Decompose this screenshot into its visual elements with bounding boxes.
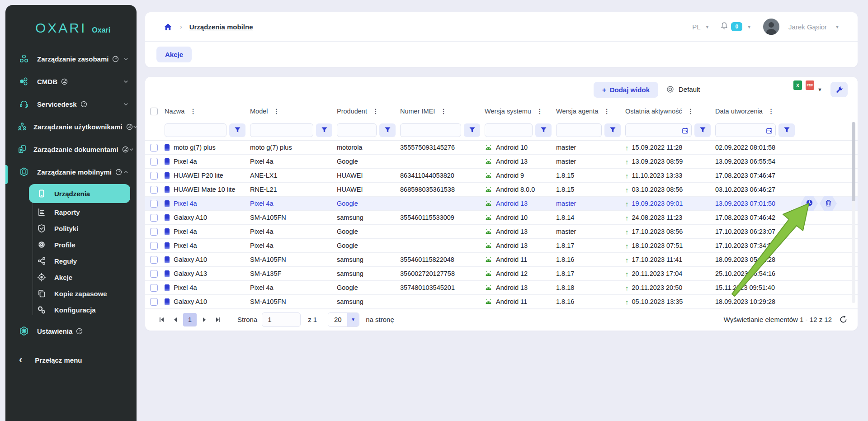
last-activity: 17.10.2023 11:41 — [632, 256, 683, 263]
user-name[interactable]: Jarek Gąsior — [788, 23, 827, 31]
row-checkbox[interactable] — [150, 256, 158, 264]
row-history-button[interactable] — [801, 196, 818, 211]
filter-produdent-input[interactable] — [337, 123, 377, 137]
prev-page-button[interactable] — [169, 313, 182, 326]
filter-wersja-agenta-input[interactable] — [556, 123, 602, 137]
first-page-button[interactable] — [155, 313, 169, 326]
row-checkbox[interactable] — [150, 200, 158, 208]
avatar[interactable] — [763, 19, 779, 35]
sidebar-subitem-reguly[interactable]: Reguły — [29, 253, 130, 269]
table-row[interactable]: Galaxy A13SM-A135Fsamsung356002720127758… — [145, 267, 858, 281]
filter-numer-imei-input[interactable] — [400, 123, 461, 137]
per-page-select[interactable]: 20 ▼ — [328, 312, 359, 327]
table-row[interactable]: Pixel 4aPixel 4aGoogleAndroid 13master↑1… — [145, 225, 858, 239]
select-all-checkbox[interactable] — [150, 108, 158, 115]
home-icon[interactable] — [163, 22, 173, 32]
row-checkbox[interactable] — [150, 270, 158, 278]
sidebar-item-zasoby[interactable]: Zarządzanie zasobami — [5, 47, 137, 70]
row-checkbox[interactable] — [150, 158, 158, 166]
table-row[interactable]: HUAWEI P20 liteANE-LX1HUAWEI863411044053… — [145, 169, 858, 183]
filter-nazwa-button[interactable] — [229, 123, 245, 137]
refresh-icon[interactable] — [839, 315, 848, 324]
table-scrollbar[interactable] — [852, 122, 855, 303]
row-checkbox[interactable] — [150, 242, 158, 250]
column-menu-icon[interactable]: ⋮ — [190, 108, 196, 115]
sidebar-subitem-konfiguracja[interactable]: Konfiguracja — [29, 302, 130, 318]
page-number-button[interactable]: 1 — [183, 313, 197, 326]
row-checkbox[interactable] — [150, 144, 158, 151]
column-menu-icon[interactable]: ⋮ — [373, 108, 379, 115]
language-selector[interactable]: PL — [692, 23, 700, 31]
sidebar-item-ustawienia[interactable]: Ustawienia — [5, 320, 137, 342]
table-row[interactable]: Galaxy A10SM-A105FNsamsungAndroid 111.8.… — [145, 295, 858, 309]
sidebar-item-dokumenty[interactable]: Zarządzanie dokumentami — [5, 138, 137, 161]
sidebar-subitem-urzadzenia[interactable]: Urządzenia — [29, 184, 130, 203]
row-checkbox[interactable] — [150, 298, 158, 306]
sidebar-subitem-kopie[interactable]: Kopie zapasowe — [29, 285, 130, 302]
chevron-down-icon[interactable]: ▼ — [835, 24, 840, 29]
filter-produdent-button[interactable] — [379, 123, 396, 137]
sidebar-subitem-akcje[interactable]: Akcje — [29, 269, 130, 285]
table-row[interactable]: Galaxy A10SM-A105FNsamsung35546011553300… — [145, 211, 858, 225]
row-checkbox[interactable] — [150, 172, 158, 180]
column-menu-icon[interactable]: ⋮ — [274, 108, 280, 115]
calendar-icon[interactable] — [766, 127, 773, 134]
last-page-button[interactable] — [211, 313, 225, 326]
menu-toggle[interactable]: ‹ Przełącz menu — [5, 354, 137, 366]
add-view-button[interactable]: +Dodaj widok — [594, 82, 658, 98]
export-pdf-icon[interactable]: PDF — [806, 80, 814, 90]
filter-data-utworzenia-button[interactable] — [778, 123, 795, 137]
sidebar-item-cmdb[interactable]: CMDB — [5, 70, 137, 93]
logo-label: Oxari — [92, 26, 110, 34]
column-menu-icon[interactable]: ⋮ — [688, 108, 694, 115]
row-checkbox[interactable] — [150, 186, 158, 194]
filter-wersja-systemu-button[interactable] — [535, 123, 552, 137]
row-checkbox[interactable] — [150, 214, 158, 222]
filter-nazwa-input[interactable] — [165, 123, 226, 137]
filter-wersja-agenta-button[interactable] — [604, 123, 621, 137]
row-delete-button[interactable] — [820, 196, 837, 211]
next-page-button[interactable] — [198, 313, 211, 326]
column-menu-icon[interactable]: ⋮ — [440, 108, 447, 115]
row-checkbox[interactable] — [150, 228, 158, 236]
scrollbar-thumb[interactable] — [852, 122, 855, 201]
column-menu-icon[interactable]: ⋮ — [604, 108, 610, 115]
sidebar-item-uzytkownicy[interactable]: Zarządzanie użytkownikami — [5, 115, 137, 138]
sidebar-item-zarzadzanie-mobilnymi[interactable]: Zarządzanie mobilnymi — [5, 161, 137, 183]
chevron-down-icon[interactable]: ▼ — [705, 24, 710, 29]
table-row[interactable]: Pixel 4aPixel 4aGoogleAndroid 13master↑1… — [145, 155, 858, 169]
breadcrumb-current[interactable]: Urządzenia mobilne — [189, 23, 253, 31]
row-checkbox-cell — [145, 284, 165, 292]
notifications[interactable]: 0 — [720, 22, 742, 32]
sidebar-subitem-polityki[interactable]: Polityki — [29, 220, 130, 237]
table-row[interactable]: Galaxy A10SM-A105FNsamsung35546011582204… — [145, 253, 858, 267]
column-menu-icon[interactable]: ⋮ — [768, 108, 774, 115]
filter-wersja-systemu-input[interactable] — [485, 123, 533, 137]
table-row[interactable]: HUAWEI Mate 10 liteRNE-L21HUAWEI86859803… — [145, 183, 858, 197]
sidebar-subitem-profile[interactable]: Profile — [29, 237, 130, 253]
column-header-nazwa: Nazwa⋮ — [165, 108, 250, 115]
table-row[interactable]: Pixel 4aPixel 4aGoogleAndroid 13master↑1… — [145, 197, 858, 211]
table-row[interactable]: Pixel 4aPixel 4aGoogle357480103545201And… — [145, 281, 858, 295]
sidebar-subitem-raporty[interactable]: Raporty — [29, 204, 130, 220]
arrow-up-icon: ↑ — [625, 242, 629, 250]
chevron-down-icon[interactable]: ▼ — [747, 24, 751, 29]
filter-model-button[interactable] — [316, 123, 332, 137]
row-checkbox[interactable] — [150, 284, 158, 292]
last-activity-cell: ↑20.11.2023 20:50 — [625, 284, 715, 292]
device-name: Galaxy A10 — [174, 298, 207, 305]
table-row[interactable]: moto g(7) plusmoto g(7) plusmotorola3555… — [145, 141, 858, 155]
table-settings-button[interactable] — [830, 82, 848, 97]
filter-model-input[interactable] — [250, 123, 313, 137]
column-menu-icon[interactable]: ⋮ — [537, 108, 543, 115]
export-xlsx-icon[interactable]: X — [793, 80, 802, 90]
chevron-down-icon — [123, 57, 128, 61]
table-row[interactable]: Pixel 4aPixel 4aGoogleAndroid 131.8.17↑1… — [145, 239, 858, 253]
device-producer-cell: samsung — [337, 298, 400, 305]
filter-ostatnia-aktywnosc-button[interactable] — [694, 123, 711, 137]
page-input[interactable] — [262, 312, 301, 327]
akcje-button[interactable]: Akcje — [156, 47, 192, 62]
sidebar-item-servicedesk[interactable]: Servicedesk — [5, 93, 137, 115]
filter-numer-imei-button[interactable] — [464, 123, 480, 137]
calendar-icon[interactable] — [682, 127, 689, 134]
